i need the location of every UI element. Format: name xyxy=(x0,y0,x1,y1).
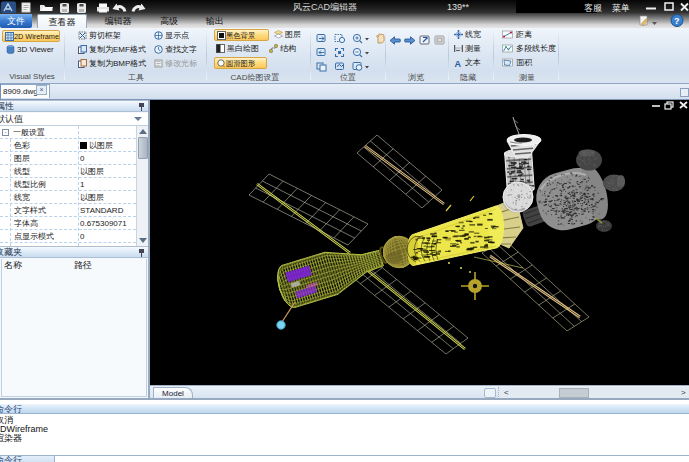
svg-text:A: A xyxy=(455,59,462,68)
